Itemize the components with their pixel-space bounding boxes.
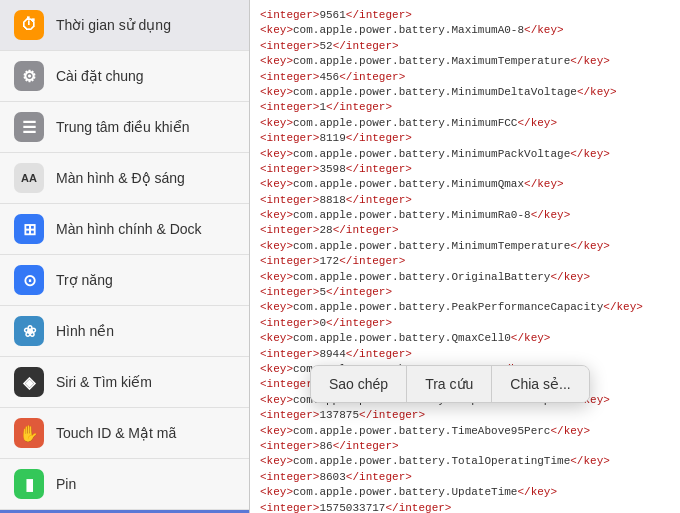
sidebar-item-hinh-nen[interactable]: ❀ Hình nền <box>0 306 249 357</box>
sidebar-item-thoi-gian[interactable]: ⏱ Thời gian sử dụng <box>0 0 249 51</box>
icon-pin: ▮ <box>14 469 44 499</box>
sidebar-item-touch-id[interactable]: ✋ Touch ID & Mật mã <box>0 408 249 459</box>
sidebar-label-thoi-gian: Thời gian sử dụng <box>56 17 235 33</box>
sidebar-label-man-hinh-dock: Màn hình chính & Dock <box>56 221 235 237</box>
sidebar-label-pin: Pin <box>56 476 235 492</box>
sidebar-item-man-hinh-dock[interactable]: ⊞ Màn hình chính & Dock <box>0 204 249 255</box>
icon-tro-nang: ⊙ <box>14 265 44 295</box>
sidebar-item-cai-dat[interactable]: ⚙ Cài đặt chung <box>0 51 249 102</box>
sidebar-label-trung-tam: Trung tâm điều khiển <box>56 119 235 135</box>
sidebar-label-siri: Siri & Tìm kiếm <box>56 374 235 390</box>
icon-hinh-nen: ❀ <box>14 316 44 346</box>
icon-thoi-gian: ⏱ <box>14 10 44 40</box>
sidebar-item-tro-nang[interactable]: ⊙ Trợ năng <box>0 255 249 306</box>
main-content[interactable]: <integer>9561</integer> <key>com.apple.p… <box>250 0 680 513</box>
sidebar-label-man-hinh-do-sang: Màn hình & Độ sáng <box>56 170 235 186</box>
sidebar-label-tro-nang: Trợ năng <box>56 272 235 288</box>
icon-man-hinh-do-sang: AA <box>14 163 44 193</box>
context-menu: Sao chépTra cứuChia sẻ... <box>310 365 590 403</box>
context-menu-item-select-all[interactable]: Tra cứu <box>407 366 492 402</box>
context-menu-item-copy[interactable]: Sao chép <box>311 366 407 402</box>
sidebar-item-man-hinh-do-sang[interactable]: AA Màn hình & Độ sáng <box>0 153 249 204</box>
icon-siri: ◈ <box>14 367 44 397</box>
sidebar: ⏱ Thời gian sử dụng ⚙ Cài đặt chung ☰ Tr… <box>0 0 250 513</box>
sidebar-item-pin[interactable]: ▮ Pin <box>0 459 249 510</box>
sidebar-item-trung-tam[interactable]: ☰ Trung tâm điều khiển <box>0 102 249 153</box>
sidebar-label-hinh-nen: Hình nền <box>56 323 235 339</box>
sidebar-label-touch-id: Touch ID & Mật mã <box>56 425 235 441</box>
icon-cai-dat: ⚙ <box>14 61 44 91</box>
sidebar-label-cai-dat: Cài đặt chung <box>56 68 235 84</box>
context-menu-item-share[interactable]: Chia sẻ... <box>492 366 588 402</box>
sidebar-item-siri[interactable]: ◈ Siri & Tìm kiếm <box>0 357 249 408</box>
icon-man-hinh-dock: ⊞ <box>14 214 44 244</box>
icon-touch-id: ✋ <box>14 418 44 448</box>
xml-content: <integer>9561</integer> <key>com.apple.p… <box>260 8 670 513</box>
icon-trung-tam: ☰ <box>14 112 44 142</box>
